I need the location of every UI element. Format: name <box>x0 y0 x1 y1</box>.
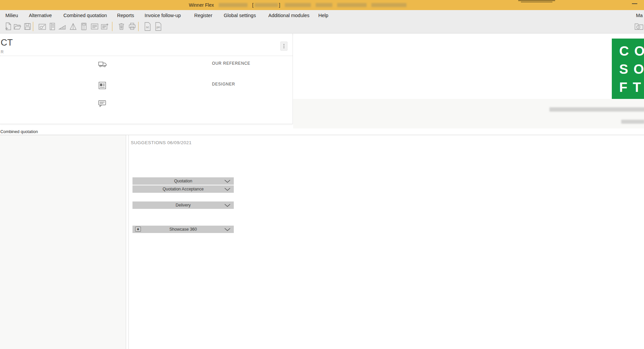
note-with-dot-button[interactable] <box>100 22 109 31</box>
quotation-button-label: Quotation <box>174 179 192 183</box>
printer-icon <box>128 22 136 31</box>
trash-icon <box>118 22 125 31</box>
project-subtitle: R <box>1 50 4 54</box>
toolbar: sc pn <box>0 20 644 34</box>
report-list-icon <box>49 22 56 31</box>
bracket-close: ] <box>279 2 280 8</box>
tab-combined-quotation[interactable]: Combined quotation <box>0 129 38 134</box>
open-folder-icon <box>13 23 21 30</box>
delivery-button-label: Delivery <box>175 203 191 208</box>
document-text-icon <box>91 23 99 30</box>
new-document-button[interactable] <box>3 22 13 31</box>
minimize-icon[interactable] <box>632 3 637 4</box>
redacted-text <box>337 3 367 7</box>
showcase-360-button[interactable]: ✽ Showcase 360 <box>132 226 234 233</box>
redacted-text <box>285 3 311 7</box>
redacted-text <box>521 2 552 2</box>
quotation-button[interactable]: Quotation <box>132 177 234 185</box>
menu-help[interactable]: Help <box>318 10 328 20</box>
address-strip <box>293 99 644 129</box>
note-with-dot-icon <box>101 23 109 30</box>
chevron-down-icon[interactable] <box>224 179 230 184</box>
title-license-group: [ ] <box>252 2 280 8</box>
designer-card-icon <box>98 81 106 91</box>
card-options-button[interactable] <box>280 42 287 51</box>
lower-workspace: SUGGESTIONS 06/09/2021 Quotation Quotati… <box>0 135 644 349</box>
delivery-button[interactable]: Delivery <box>132 201 234 209</box>
showcase-360-button-label: Showcase 360 <box>169 227 197 232</box>
photo-preview-button[interactable] <box>38 22 47 31</box>
compusoft-logo: CO SO FT <box>612 39 644 99</box>
menu-bar: Milieu Alternative Combined quotation Re… <box>0 10 644 20</box>
calculator-icon <box>80 22 87 31</box>
title-bar: Winner Flex [ ] <box>0 0 644 10</box>
menu-additional-modules[interactable]: Additional modules <box>268 10 310 20</box>
document-text-button[interactable] <box>90 22 99 31</box>
suggestions-header: SUGGESTIONS 06/09/2021 <box>131 140 192 145</box>
chevron-down-icon[interactable] <box>224 187 230 192</box>
menu-reports[interactable]: Reports <box>117 10 134 20</box>
menu-register[interactable]: Register <box>194 10 212 20</box>
toolbar-separator <box>112 22 112 31</box>
logo-row: CO <box>619 42 644 60</box>
menu-global-settings[interactable]: Global settings <box>224 10 256 20</box>
toolbar-separator <box>33 22 33 31</box>
comment-icon <box>98 100 106 109</box>
menu-alternative[interactable]: Alternative <box>29 10 52 20</box>
delete-button[interactable] <box>117 22 126 31</box>
redacted-address <box>621 120 644 124</box>
menu-milieu[interactable]: Milieu <box>5 10 18 20</box>
logo-row: SO <box>619 60 644 78</box>
open-folder-button[interactable] <box>13 22 22 31</box>
tab-strip: Combined quotation <box>0 128 644 135</box>
redacted-text <box>219 3 248 7</box>
toolbar-separator <box>138 22 139 31</box>
calculator-button[interactable] <box>79 22 89 31</box>
report-list-button[interactable] <box>48 22 57 31</box>
logo-row: FT <box>619 78 644 96</box>
menu-invoice-follow-up[interactable]: Invoice follow-up <box>145 10 181 20</box>
app-title: Winner Flex <box>189 2 214 8</box>
perspective-ramp-button[interactable] <box>58 22 67 31</box>
customer-panel <box>293 34 644 99</box>
quotation-acceptance-button[interactable]: Quotation Acceptance <box>132 185 234 193</box>
sc-document-button[interactable]: sc <box>143 22 152 31</box>
pn-document-button[interactable]: pn <box>154 22 163 31</box>
pane-divider <box>128 135 129 349</box>
photo-preview-icon <box>38 23 46 30</box>
redacted-text <box>316 3 332 7</box>
chevron-down-icon[interactable] <box>224 228 230 232</box>
sc-label: sc <box>144 25 151 29</box>
chevron-down-icon[interactable] <box>224 203 230 208</box>
perspective-ramp-icon <box>58 23 66 30</box>
recent-folder-button[interactable] <box>634 22 644 31</box>
prism-button[interactable] <box>68 22 78 31</box>
showcase-360-icon: ✽ <box>135 227 141 232</box>
menu-right-text: Ma <box>636 10 643 20</box>
pn-label: pn <box>155 25 162 29</box>
dotted-divider <box>0 56 292 56</box>
prism-icon <box>69 23 77 30</box>
project-title: CT <box>1 38 13 48</box>
delivery-truck-icon <box>98 60 107 69</box>
bracket-open: [ <box>252 2 254 8</box>
new-document-icon <box>4 22 12 31</box>
designer-label: DESIGNER <box>212 82 235 86</box>
print-button[interactable] <box>127 22 137 31</box>
recent-folder-icon <box>634 22 644 31</box>
lower-left-pane <box>0 135 126 349</box>
project-card: CT R OUR REFERENCE DESIGNER <box>0 34 293 124</box>
quotation-acceptance-button-label: Quotation Acceptance <box>163 187 204 191</box>
save-button[interactable] <box>23 22 32 31</box>
redacted-text <box>518 0 555 1</box>
redacted-address <box>549 107 644 112</box>
our-reference-label: OUR REFERENCE <box>212 61 250 66</box>
kebab-icon <box>283 44 284 45</box>
save-icon <box>24 23 31 30</box>
redacted-text <box>255 3 278 7</box>
redacted-text <box>371 3 407 7</box>
menu-combined-quotation[interactable]: Combined quotation <box>63 10 107 20</box>
